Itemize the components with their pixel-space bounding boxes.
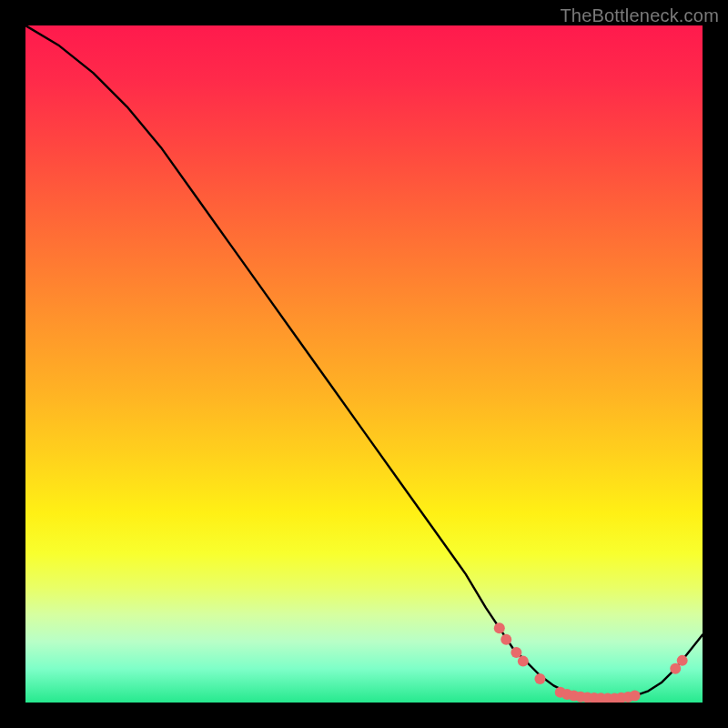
curve-marker bbox=[630, 691, 641, 702]
curve-marker bbox=[575, 692, 586, 703]
curve-marker bbox=[595, 693, 606, 703]
curve-marker bbox=[616, 693, 627, 703]
curve-marker bbox=[602, 693, 613, 703]
curve-marker bbox=[494, 622, 505, 633]
bottleneck-curve bbox=[25, 25, 703, 699]
curve-marker bbox=[589, 693, 600, 703]
curve-marker bbox=[609, 693, 620, 703]
chart-stage: TheBottleneck.com bbox=[0, 0, 728, 728]
curve-marker bbox=[511, 647, 521, 658]
curve-marker bbox=[500, 634, 511, 645]
curve-marker bbox=[569, 691, 580, 702]
chart-plot-area bbox=[25, 25, 703, 703]
curve-marker bbox=[670, 663, 681, 674]
curve-markers bbox=[494, 622, 688, 703]
chart-svg bbox=[25, 25, 703, 703]
watermark-text: TheBottleneck.com bbox=[560, 5, 719, 26]
curve-marker bbox=[677, 655, 688, 666]
curve-marker bbox=[518, 656, 529, 667]
curve-marker bbox=[561, 689, 572, 700]
curve-marker bbox=[582, 692, 593, 703]
curve-marker bbox=[622, 692, 633, 703]
curve-marker bbox=[555, 687, 566, 698]
curve-marker bbox=[534, 673, 545, 684]
